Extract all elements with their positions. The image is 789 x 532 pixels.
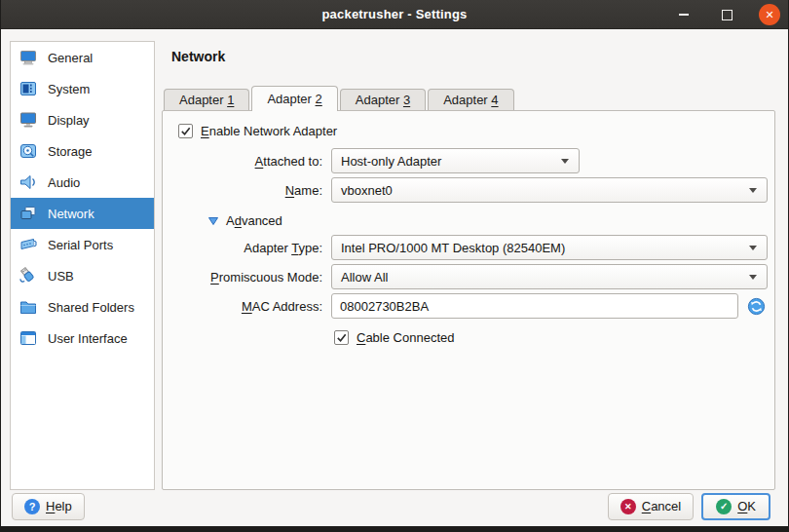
window-controls — [673, 0, 780, 29]
adapter-type-dropdown[interactable]: Intel PRO/1000 MT Desktop (82540EM) — [331, 235, 768, 260]
close-icon[interactable] — [759, 4, 780, 25]
ok-button[interactable]: OK — [701, 493, 770, 520]
sidebar-label: Serial Ports — [48, 238, 113, 252]
refresh-mac-icon — [746, 296, 767, 317]
adapter-type-label: Adapter Type: — [174, 241, 331, 255]
combo-arrow-icon — [749, 188, 757, 193]
combo-arrow-icon — [749, 246, 757, 250]
enable-network-adapter-checkbox[interactable]: Enable Network Adapter — [174, 124, 768, 138]
sidebar-label: USB — [48, 269, 74, 284]
tab-adapter-2[interactable]: Adapter 2 — [251, 86, 337, 111]
user-interface-icon — [18, 327, 39, 349]
attached-to-label: Attached to: — [174, 154, 331, 169]
sidebar-item-general[interactable]: General — [11, 42, 154, 73]
checkbox-box[interactable] — [334, 330, 349, 345]
checkmark-icon — [179, 125, 192, 137]
help-button-label: Help — [46, 499, 72, 513]
audio-icon — [18, 171, 39, 193]
sidebar-label: System — [48, 82, 90, 96]
sidebar-label: Audio — [48, 175, 80, 190]
attached-to-value: Host-only Adapter — [341, 154, 441, 169]
usb-icon — [18, 265, 39, 286]
maximize-icon[interactable] — [716, 4, 737, 25]
name-value: vboxnet0 — [341, 183, 393, 198]
sidebar-label: Storage — [48, 144, 93, 159]
sidebar-item-audio[interactable]: Audio — [11, 167, 154, 198]
sidebar-item-display[interactable]: Display — [11, 104, 154, 135]
cable-connected-checkbox[interactable]: Cable Connected — [174, 330, 768, 345]
serial-ports-icon — [18, 234, 39, 255]
name-dropdown[interactable]: vboxnet0 — [331, 177, 768, 203]
sidebar-item-network[interactable]: Network — [11, 198, 154, 229]
settings-window: packetrusher - Settings General System — [1, 0, 788, 526]
help-icon — [24, 499, 40, 514]
help-button[interactable]: Help — [12, 493, 85, 520]
cable-connected-label: Cable Connected — [357, 330, 454, 345]
checkbox-box[interactable] — [178, 124, 193, 138]
settings-category-list: General System Display Storage Audio — [10, 41, 155, 490]
desktop-background-strip — [0, 526, 789, 532]
enable-network-adapter-label: Enable Network Adapter — [201, 124, 337, 138]
general-icon — [18, 47, 39, 68]
promiscuous-mode-dropdown[interactable]: Allow All — [331, 264, 768, 289]
minimize-icon[interactable] — [673, 4, 695, 25]
screen: packetrusher - Settings General System — [0, 0, 789, 532]
sidebar-item-system[interactable]: System — [11, 73, 154, 104]
checkmark-icon — [335, 331, 348, 344]
cancel-button[interactable]: Cancel — [608, 493, 694, 520]
tab-adapter-4[interactable]: Adapter 4 — [428, 89, 513, 110]
mac-address-input[interactable] — [331, 293, 738, 319]
ok-icon — [716, 499, 732, 514]
attached-to-dropdown[interactable]: Host-only Adapter — [331, 148, 580, 173]
advanced-label: Advanced — [226, 213, 282, 228]
titlebar: packetrusher - Settings — [1, 0, 788, 29]
window-body: General System Display Storage Audio — [1, 29, 788, 526]
mac-address-label: MAC Address: — [174, 299, 331, 314]
cancel-button-label: Cancel — [642, 499, 681, 513]
page-title: Network — [171, 49, 225, 64]
sidebar-item-storage[interactable]: Storage — [11, 135, 154, 167]
sidebar-label: User Interface — [48, 331, 128, 346]
display-icon — [18, 109, 39, 131]
sidebar-item-usb[interactable]: USB — [11, 260, 154, 291]
window-title: packetrusher - Settings — [321, 7, 467, 21]
sidebar-label: General — [48, 51, 93, 65]
cancel-icon — [620, 499, 636, 514]
network-icon — [18, 203, 39, 224]
generate-mac-button[interactable] — [744, 294, 768, 318]
system-icon — [18, 78, 39, 99]
sidebar-item-shared-folders[interactable]: Shared Folders — [11, 291, 154, 323]
adapter-type-value: Intel PRO/1000 MT Desktop (82540EM) — [341, 241, 565, 255]
dialog-button-bar: Help Cancel OK — [1, 490, 788, 526]
adapter-tab-panel: Enable Network Adapter Attached to: Host… — [162, 110, 775, 490]
storage-icon — [18, 140, 39, 162]
sidebar-label: Shared Folders — [48, 300, 134, 315]
sidebar-label: Network — [48, 207, 94, 221]
advanced-expander-icon — [207, 215, 219, 227]
shared-folders-icon — [18, 296, 39, 318]
adapter-tabbar: Adapter 1 Adapter 2 Adapter 3 Adapter 4 — [164, 86, 516, 110]
name-label: Name: — [174, 183, 331, 198]
combo-arrow-icon — [561, 159, 569, 164]
advanced-expander[interactable]: Advanced — [174, 213, 768, 228]
tab-adapter-3[interactable]: Adapter 3 — [340, 89, 426, 110]
combo-arrow-icon — [749, 275, 757, 280]
sidebar-item-serial-ports[interactable]: Serial Ports — [11, 229, 154, 260]
tab-adapter-1[interactable]: Adapter 1 — [164, 89, 249, 110]
ok-button-label: OK — [737, 499, 756, 513]
sidebar-label: Display — [48, 113, 90, 128]
promiscuous-mode-label: Promiscuous Mode: — [174, 270, 331, 285]
promiscuous-mode-value: Allow All — [341, 270, 388, 285]
sidebar-item-user-interface[interactable]: User Interface — [11, 323, 154, 354]
